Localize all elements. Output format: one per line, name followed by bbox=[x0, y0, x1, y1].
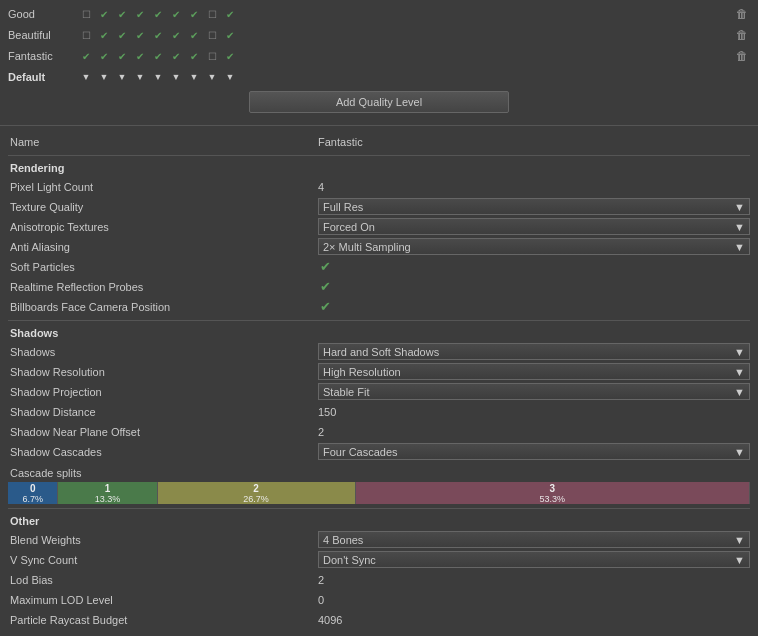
particle-raycast-value: 4096 bbox=[318, 614, 750, 626]
default-arrow[interactable]: ▼ bbox=[132, 69, 148, 85]
check-icon[interactable]: ☐ bbox=[78, 27, 94, 43]
blend-weights-dropdown[interactable]: 4 Bones ▼ bbox=[318, 531, 750, 548]
check-icon[interactable]: ☐ bbox=[204, 6, 220, 22]
dropdown-arrow-icon: ▼ bbox=[734, 386, 745, 398]
billboards-row: Billboards Face Camera Position ✔ bbox=[8, 297, 750, 316]
soft-particles-row: Soft Particles ✔ bbox=[8, 257, 750, 276]
check-icon[interactable]: ✔ bbox=[222, 48, 238, 64]
cascade-num-0: 0 bbox=[30, 483, 36, 494]
check-icon[interactable]: ✔ bbox=[96, 6, 112, 22]
lod-bias-row: Lod Bias 2 bbox=[8, 570, 750, 589]
cascade-pct-1: 13.3% bbox=[95, 494, 121, 504]
vsync-value: Don't Sync bbox=[323, 554, 376, 566]
soft-particles-checkbox[interactable]: ✔ bbox=[318, 260, 332, 274]
shadow-distance-label: Shadow Distance bbox=[8, 406, 318, 418]
anisotropic-dropdown[interactable]: Forced On ▼ bbox=[318, 218, 750, 235]
texture-quality-dropdown[interactable]: Full Res ▼ bbox=[318, 198, 750, 215]
delete-quality-good[interactable]: 🗑 bbox=[734, 6, 750, 22]
check-icon[interactable]: ✔ bbox=[114, 6, 130, 22]
cascade-num-2: 2 bbox=[253, 483, 259, 494]
check-icon[interactable]: ✔ bbox=[150, 6, 166, 22]
check-icon[interactable]: ✔ bbox=[114, 27, 130, 43]
divider bbox=[8, 155, 750, 156]
rendering-header: Rendering bbox=[10, 162, 750, 174]
shadows-label: Shadows bbox=[8, 346, 318, 358]
default-arrow[interactable]: ▼ bbox=[222, 69, 238, 85]
cascade-segment-0[interactable]: 0 6.7% bbox=[8, 482, 58, 504]
cascade-segment-2[interactable]: 2 26.7% bbox=[158, 482, 356, 504]
particle-raycast-label: Particle Raycast Budget bbox=[8, 614, 318, 626]
billboards-checkbox[interactable]: ✔ bbox=[318, 300, 332, 314]
check-icon[interactable]: ✔ bbox=[96, 27, 112, 43]
shadow-near-plane-label: Shadow Near Plane Offset bbox=[8, 426, 318, 438]
check-icon[interactable]: ✔ bbox=[132, 6, 148, 22]
check-icon[interactable]: ✔ bbox=[186, 48, 202, 64]
vsync-label: V Sync Count bbox=[8, 554, 318, 566]
cascade-pct-3: 53.3% bbox=[540, 494, 566, 504]
shadows-dropdown[interactable]: Hard and Soft Shadows ▼ bbox=[318, 343, 750, 360]
check-icon[interactable]: ✔ bbox=[132, 27, 148, 43]
shadow-near-plane-value: 2 bbox=[318, 426, 750, 438]
max-lod-label: Maximum LOD Level bbox=[8, 594, 318, 606]
check-icon[interactable]: ✔ bbox=[222, 27, 238, 43]
default-arrow[interactable]: ▼ bbox=[168, 69, 184, 85]
cascade-segment-1[interactable]: 1 13.3% bbox=[58, 482, 157, 504]
lod-bias-value: 2 bbox=[318, 574, 750, 586]
check-icon[interactable]: ✔ bbox=[168, 6, 184, 22]
shadow-projection-row: Shadow Projection Stable Fit ▼ bbox=[8, 382, 750, 401]
shadow-cascades-label: Shadow Cascades bbox=[8, 446, 318, 458]
quality-checks-good: ☐ ✔ ✔ ✔ ✔ ✔ ✔ ☐ ✔ bbox=[78, 6, 734, 22]
default-arrow[interactable]: ▼ bbox=[204, 69, 220, 85]
check-icon[interactable]: ✔ bbox=[132, 48, 148, 64]
check-icon[interactable]: ✔ bbox=[222, 6, 238, 22]
default-arrow[interactable]: ▼ bbox=[96, 69, 112, 85]
quality-checks-beautiful: ☐ ✔ ✔ ✔ ✔ ✔ ✔ ☐ ✔ bbox=[78, 27, 734, 43]
shadow-distance-value: 150 bbox=[318, 406, 750, 418]
default-label: Default bbox=[8, 71, 78, 83]
realtime-reflection-checkbox[interactable]: ✔ bbox=[318, 280, 332, 294]
shadow-projection-dropdown[interactable]: Stable Fit ▼ bbox=[318, 383, 750, 400]
billboards-label: Billboards Face Camera Position bbox=[8, 301, 318, 313]
check-icon[interactable]: ☐ bbox=[204, 48, 220, 64]
realtime-reflection-label: Realtime Reflection Probes bbox=[8, 281, 318, 293]
default-arrow[interactable]: ▼ bbox=[186, 69, 202, 85]
check-icon[interactable]: ✔ bbox=[150, 48, 166, 64]
shadow-cascades-row: Shadow Cascades Four Cascades ▼ bbox=[8, 442, 750, 461]
check-icon[interactable]: ✔ bbox=[96, 48, 112, 64]
cascade-bar[interactable]: 0 6.7% 1 13.3% 2 26.7% 3 53.3% bbox=[8, 482, 750, 504]
realtime-reflection-row: Realtime Reflection Probes ✔ bbox=[8, 277, 750, 296]
divider bbox=[8, 508, 750, 509]
shadows-header: Shadows bbox=[10, 327, 750, 339]
check-icon[interactable]: ✔ bbox=[114, 48, 130, 64]
check-icon[interactable]: ✔ bbox=[168, 27, 184, 43]
vsync-dropdown[interactable]: Don't Sync ▼ bbox=[318, 551, 750, 568]
delete-quality-fantastic[interactable]: 🗑 bbox=[734, 48, 750, 64]
shadow-cascades-dropdown[interactable]: Four Cascades ▼ bbox=[318, 443, 750, 460]
delete-quality-beautiful[interactable]: 🗑 bbox=[734, 27, 750, 43]
cascade-segment-3[interactable]: 3 53.3% bbox=[356, 482, 750, 504]
check-icon[interactable]: ✔ bbox=[168, 48, 184, 64]
shadows-value: Hard and Soft Shadows bbox=[323, 346, 439, 358]
shadow-projection-label: Shadow Projection bbox=[8, 386, 318, 398]
default-arrow[interactable]: ▼ bbox=[150, 69, 166, 85]
blend-weights-value: 4 Bones bbox=[323, 534, 363, 546]
quality-label-good: Good bbox=[8, 8, 78, 20]
shadows-row: Shadows Hard and Soft Shadows ▼ bbox=[8, 342, 750, 361]
default-arrow[interactable]: ▼ bbox=[114, 69, 130, 85]
check-icon[interactable]: ✔ bbox=[186, 6, 202, 22]
shadow-cascades-value: Four Cascades bbox=[323, 446, 398, 458]
shadow-distance-row: Shadow Distance 150 bbox=[8, 402, 750, 421]
check-icon[interactable]: ✔ bbox=[150, 27, 166, 43]
add-quality-button[interactable]: Add Quality Level bbox=[249, 91, 509, 113]
shadow-resolution-dropdown[interactable]: High Resolution ▼ bbox=[318, 363, 750, 380]
check-icon[interactable]: ☐ bbox=[204, 27, 220, 43]
check-icon[interactable]: ✔ bbox=[186, 27, 202, 43]
cascade-num-1: 1 bbox=[105, 483, 111, 494]
default-arrow[interactable]: ▼ bbox=[78, 69, 94, 85]
check-icon[interactable]: ✔ bbox=[78, 48, 94, 64]
check-icon[interactable]: ☐ bbox=[78, 6, 94, 22]
anti-aliasing-dropdown[interactable]: 2× Multi Sampling ▼ bbox=[318, 238, 750, 255]
cascade-splits-label-row: Cascade splits bbox=[8, 463, 750, 482]
shadow-resolution-row: Shadow Resolution High Resolution ▼ bbox=[8, 362, 750, 381]
pixel-light-count-value: 4 bbox=[318, 181, 750, 193]
